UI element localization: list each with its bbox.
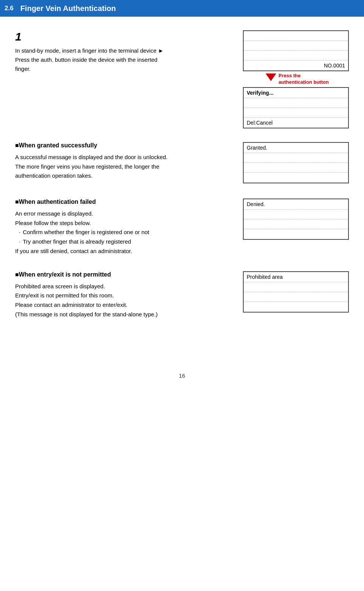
granted-left: ■When granted successfully A successful …	[15, 142, 228, 181]
prohibited-body: Prohibited area screen is displayed. Ent…	[15, 282, 182, 319]
screen-granted: Granted.	[243, 142, 349, 183]
bullet-text1: Confirm whether the finger is registered…	[23, 228, 149, 237]
header: 2.6 Finger Vein Authentication	[0, 0, 364, 17]
failed-left: ■When authentication failed An error mes…	[15, 199, 228, 256]
screen-prohibited-row1: Prohibited area	[244, 272, 348, 282]
screen-denied-row2	[244, 210, 348, 219]
screen-row-1	[244, 31, 348, 41]
screen-prohibited-row4	[244, 302, 348, 312]
screen-granted-row2	[244, 153, 348, 163]
screen-prohibited: Prohibited area	[243, 271, 349, 313]
failed-line2: Please follow the steps below.	[15, 219, 182, 228]
failed-footer: If you are still denied, contact an admi…	[15, 247, 182, 256]
screen-prohibited-row3	[244, 292, 348, 302]
section-prohibited: ■When entry/exit is not permitted Prohib…	[15, 271, 349, 319]
section-granted: ■When granted successfully A successful …	[15, 142, 349, 183]
screen-denied-row1: Denied.	[244, 199, 348, 210]
main-content: 1 In stand-by mode, insert a finger into…	[0, 17, 364, 350]
step1-description: In stand-by mode, insert a finger into t…	[15, 46, 174, 73]
failed-heading: ■When authentication failed	[15, 199, 228, 205]
granted-line2: The more finger veins you have registere…	[15, 162, 182, 181]
screen-after: Verifying... Del:Cancel	[243, 87, 349, 128]
screen-granted-row3	[244, 163, 348, 173]
failed-bullet1: · Confirm whether the finger is register…	[19, 228, 182, 237]
prohibited-line4: (This message is not displayed for the s…	[15, 310, 182, 319]
page-title: Finger Vein Authentication	[20, 4, 116, 13]
granted-right: Granted.	[243, 142, 349, 183]
step-number: 1	[15, 30, 228, 43]
screen-row-a2	[244, 98, 348, 108]
failed-right: Denied.	[243, 199, 349, 240]
screen-before: NO.0001	[243, 30, 349, 71]
screen-del-cancel: Del:Cancel	[244, 118, 348, 128]
granted-line1: A successful message is displayed and th…	[15, 153, 182, 162]
screen-row-3	[244, 51, 348, 61]
screen-row-a3	[244, 108, 348, 118]
step1-right: NO.0001 Press the authentication button …	[243, 30, 349, 128]
arrow-annotation: Press the authentication button	[243, 73, 349, 86]
failed-body: An error message is displayed. Please fo…	[15, 209, 182, 256]
prohibited-line3: Please contact an administrator to enter…	[15, 300, 182, 310]
screen-verifying: Verifying...	[244, 88, 348, 98]
bullet-dot1: ·	[19, 228, 20, 237]
prohibited-right: Prohibited area	[243, 271, 349, 313]
prohibited-line2: Entry/exit is not permitted for this roo…	[15, 291, 182, 300]
section-number: 2.6	[5, 5, 14, 12]
arrow-down-icon	[266, 73, 276, 81]
screen-denied-row4	[244, 229, 348, 239]
screen-denied-row3	[244, 219, 348, 229]
annotation-text: Press the authentication button	[278, 73, 329, 86]
prohibited-left: ■When entry/exit is not permitted Prohib…	[15, 271, 228, 319]
page-number: 16	[0, 372, 364, 379]
screen-granted-row1: Granted.	[244, 143, 348, 153]
prohibited-line1: Prohibited area screen is displayed.	[15, 282, 182, 291]
screen-failed: Denied.	[243, 199, 349, 240]
bullet-text2: Try another finger that is already regis…	[23, 237, 131, 247]
step1-left: 1 In stand-by mode, insert a finger into…	[15, 30, 228, 73]
screen-granted-row4	[244, 173, 348, 183]
granted-body: A successful message is displayed and th…	[15, 153, 182, 181]
screen-row-2	[244, 41, 348, 51]
failed-line1: An error message is displayed.	[15, 209, 182, 219]
prohibited-heading: ■When entry/exit is not permitted	[15, 271, 228, 278]
section-failed: ■When authentication failed An error mes…	[15, 199, 349, 256]
bullet-dot2: ·	[19, 237, 20, 247]
screen-prohibited-row2	[244, 282, 348, 292]
screen-row-no: NO.0001	[244, 61, 348, 70]
step1-row: 1 In stand-by mode, insert a finger into…	[15, 30, 349, 128]
granted-heading: ■When granted successfully	[15, 142, 228, 149]
failed-bullet2: · Try another finger that is already reg…	[19, 237, 182, 247]
